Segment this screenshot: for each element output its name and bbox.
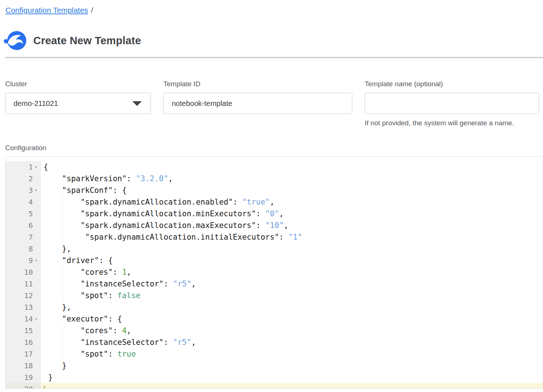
ocean-wave-logo-icon [4,30,27,51]
editor-line-10[interactable]: 10 "cores": 1, [5,266,543,278]
code-line-content[interactable]: "sparkConf": { [41,184,543,196]
code-line-content[interactable]: "spot": false [41,290,543,301]
gutter-line-number: 14▾ [5,313,41,325]
gutter-line-number: 5 [5,208,41,220]
editor-line-3[interactable]: 3▾ "sparkConf": { [5,184,543,196]
gutter-line-number: 6 [5,220,41,231]
gutter-line-number: 18 [5,360,41,372]
indent-guide [62,220,62,231]
code-line-content[interactable]: "instanceSelector": "r5", [41,278,543,290]
page-header: Create New Template [4,30,543,51]
indent-guide [62,208,62,220]
indent-guide [62,348,62,360]
editor-line-17[interactable]: 17 "spot": true [5,348,543,360]
code-line-content[interactable]: "instanceSelector": "r5", [41,336,543,348]
editor-line-14[interactable]: 14▾ "executor": { [5,313,543,325]
configuration-code-editor[interactable]: 1▾{2 "sparkVersion": "3.2.0",3▾ "sparkCo… [5,156,543,389]
code-line-content[interactable]: "spot": true [41,348,543,360]
gutter-line-number: 2 [5,173,41,184]
gutter-line-number: 8 [5,243,41,255]
editor-lines: 1▾{2 "sparkVersion": "3.2.0",3▾ "sparkCo… [5,157,543,389]
indent-guide [62,231,62,243]
cluster-label: Cluster [5,80,151,88]
code-line-content[interactable]: "spark.dynamicAllocation.minExecutors": … [41,208,543,220]
editor-line-12[interactable]: 12 "spot": false [5,290,543,301]
code-line-content[interactable]: } [41,372,543,383]
code-line-content[interactable] [41,383,543,389]
template-id-field: Template ID [163,80,352,127]
indent-guide [62,196,62,208]
breadcrumb-link-configuration-templates[interactable]: Configuration Templates [5,6,88,14]
fold-arrow-icon[interactable]: ▾ [34,188,41,193]
breadcrumb-separator: / [91,6,93,14]
gutter-line-number: 12 [5,290,41,301]
editor-line-7[interactable]: 7 "spark.dynamicAllocation.initialExecut… [5,231,543,243]
cluster-selected-value: demo-211021 [14,99,58,108]
configuration-label: Configuration [5,144,543,152]
gutter-line-number: 1▾ [5,161,41,173]
code-line-content[interactable]: { [41,161,543,173]
code-line-content[interactable]: }, [41,243,543,255]
gutter-line-number: 17 [5,348,41,360]
gutter-line-number: 16 [5,336,41,348]
gutter-line-number: 4 [5,196,41,208]
gutter-line-number: 13 [5,301,41,313]
editor-line-5[interactable]: 5 "spark.dynamicAllocation.minExecutors"… [5,208,543,220]
editor-line-18[interactable]: 18 } [5,360,543,372]
code-line-content[interactable]: "sparkVersion": "3.2.0", [41,173,543,184]
gutter-line-number: 9▾ [5,255,41,266]
gutter-line-number: 11 [5,278,41,290]
indent-guide [62,278,62,290]
gutter-line-number: 15 [5,325,41,336]
template-id-label: Template ID [163,80,352,88]
breadcrumb: Configuration Templates/ [0,5,543,15]
fold-arrow-icon[interactable]: ▾ [34,164,41,170]
template-form: Cluster demo-211021 Template ID Template… [5,80,543,127]
code-line-content[interactable]: "cores": 1, [41,266,543,278]
fold-arrow-icon[interactable]: ▾ [34,258,41,263]
text-cursor [43,386,45,389]
editor-line-13[interactable]: 13 }, [5,301,543,313]
code-line-content[interactable]: "driver": { [41,255,543,266]
chevron-down-icon [132,101,142,106]
code-line-content[interactable]: }, [41,301,543,313]
editor-line-6[interactable]: 6 "spark.dynamicAllocation.maxExecutors"… [5,220,543,231]
code-line-content[interactable]: "executor": { [41,313,543,325]
editor-line-15[interactable]: 15 "cores": 4, [5,325,543,336]
editor-line-8[interactable]: 8 }, [5,243,543,255]
editor-line-11[interactable]: 11 "instanceSelector": "r5", [5,278,543,290]
template-name-label: Template name (optional) [365,80,539,88]
template-name-input[interactable] [365,93,539,114]
editor-line-2[interactable]: 2 "sparkVersion": "3.2.0", [5,173,543,184]
gutter-line-number: 7 [5,231,41,243]
fold-arrow-icon[interactable]: ▾ [34,316,41,321]
editor-line-16[interactable]: 16 "instanceSelector": "r5", [5,336,543,348]
editor-line-20[interactable]: 20 [5,383,543,389]
code-line-content[interactable]: "spark.dynamicAllocation.maxExecutors": … [41,220,543,231]
cluster-select[interactable]: demo-211021 [5,93,151,114]
editor-line-9[interactable]: 9▾ "driver": { [5,255,543,266]
code-line-content[interactable]: "spark.dynamicAllocation.initialExecutor… [41,231,543,243]
page-title: Create New Template [33,35,141,47]
editor-line-1[interactable]: 1▾{ [5,161,543,173]
editor-line-19[interactable]: 19 } [5,372,543,383]
header-divider [5,57,543,58]
indent-guide [62,290,62,301]
code-line-content[interactable]: } [41,360,543,372]
template-name-help-text: If not provided, the system will generat… [365,119,539,127]
template-id-input[interactable] [163,93,352,114]
code-line-content[interactable]: "spark.dynamicAllocation.enabled": "true… [41,196,543,208]
editor-line-4[interactable]: 4 "spark.dynamicAllocation.enabled": "tr… [5,196,543,208]
create-template-page: Configuration Templates/ Create New Temp… [0,0,543,389]
indent-guide [62,336,62,348]
gutter-line-number: 20 [5,383,41,389]
gutter-line-number: 3▾ [5,184,41,196]
cluster-field: Cluster demo-211021 [5,80,151,127]
code-line-content[interactable]: "cores": 4, [41,325,543,336]
gutter-line-number: 10 [5,266,41,278]
indent-guide [62,325,62,336]
indent-guide [62,266,62,278]
template-name-field: Template name (optional) If not provided… [365,80,539,127]
gutter-line-number: 19 [5,372,41,383]
